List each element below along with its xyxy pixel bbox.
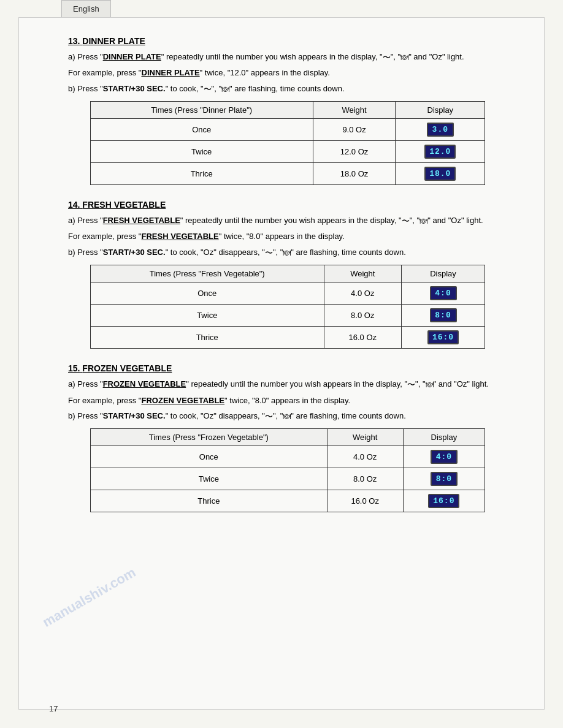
lcd-display: 4:0 [431, 450, 458, 464]
dp-col2-header: Weight [313, 102, 396, 119]
wave-icon-4: 〜 [265, 247, 273, 259]
section-14-para-a: a) Press "FRESH VEGETABLE" repeatedly un… [68, 214, 507, 227]
plate-icon-4: 🍽 [283, 247, 291, 259]
wave-icon-6: 〜 [265, 411, 273, 423]
table-row: Twice 8.0 Oz 8:0 [90, 468, 484, 490]
lcd-display: 3.0 [427, 123, 454, 137]
lcd-display: 16:0 [427, 330, 459, 344]
frozen-veg-table: Times (Press "Frozen Vegetable") Weight … [90, 428, 485, 512]
plate-icon-5: 🍽 [426, 379, 434, 391]
lcd-display: 8:0 [431, 472, 458, 486]
table-row: Once 9.0 Oz 3.0 [90, 119, 484, 141]
frv-col2-header: Weight [327, 429, 403, 446]
wave-icon-5: 〜 [407, 379, 415, 391]
section-13-example: For example, press "DINNER PLATE" twice,… [68, 67, 507, 79]
english-tab[interactable]: English [61, 0, 111, 17]
table-row: Twice 8.0 Oz 8:0 [90, 305, 484, 327]
lcd-display: 16:0 [428, 494, 459, 508]
dp-col1-header: Times (Press "Dinner Plate") [90, 102, 313, 119]
tab-label: English [73, 4, 99, 13]
dp-col3-header: Display [396, 102, 485, 119]
frv-col3-header: Display [403, 429, 485, 446]
table-row: Twice 12.0 Oz 12.0 [90, 141, 484, 163]
plate-icon-3: 🍽 [419, 215, 427, 227]
section-14-para-b: b) Press "START/+30 SEC." to cook, "Oz" … [68, 246, 507, 259]
wave-icon-2: 〜 [204, 83, 212, 96]
section-dinner-plate: 13. DINNER PLATE a) Press "DINNER PLATE"… [68, 36, 507, 185]
table-row: Once 4.0 Oz 4:0 [90, 446, 484, 468]
section-13-para-a: a) Press "DINNER PLATE" repeatedly until… [68, 51, 507, 63]
section-13-para-b: b) Press "START/+30 SEC." to cook, "〜", … [68, 83, 507, 95]
lcd-display: 18.0 [424, 167, 456, 181]
frv-col1-header: Times (Press "Frozen Vegetable") [90, 429, 327, 446]
section-14-title: 14. FRESH VEGETABLE [68, 200, 507, 210]
section-15-title: 15. FROZEN VEGETABLE [68, 363, 507, 373]
table-row: Once 4.0 Oz 4:0 [90, 282, 484, 305]
wave-icon-3: 〜 [402, 215, 410, 227]
section-fresh-vegetable: 14. FRESH VEGETABLE a) Press "FRESH VEGE… [68, 200, 507, 349]
lcd-display: 4:0 [430, 286, 457, 300]
tab-bar: English [0, 0, 563, 17]
section-15-para-b: b) Press "START/+30 SEC." to cook, "Oz" … [68, 410, 507, 422]
page: English 13. DINNER PLATE a) Press "DINNE… [0, 0, 563, 728]
plate-icon-6: 🍽 [283, 411, 291, 423]
dinner-plate-table: Times (Press "Dinner Plate") Weight Disp… [90, 101, 485, 185]
plate-icon-2: 🍽 [221, 83, 229, 96]
fv-col3-header: Display [401, 265, 484, 282]
lcd-display: 12.0 [424, 145, 456, 159]
section-15-para-a: a) Press "FROZEN VEGETABLE" repeatedly u… [68, 378, 507, 390]
fv-col2-header: Weight [324, 265, 401, 282]
section-14-example: For example, press "FRESH VEGETABLE" twi… [68, 230, 507, 243]
lcd-display: 8:0 [430, 308, 457, 322]
fresh-veg-table: Times (Press "Fresh Vegetable") Weight D… [90, 265, 485, 349]
table-row: Thrice 16.0 Oz 16:0 [90, 490, 484, 512]
section-13-title: 13. DINNER PLATE [68, 36, 507, 46]
plate-icon-1: 🍽 [400, 51, 408, 64]
main-content: 13. DINNER PLATE a) Press "DINNER PLATE"… [18, 17, 545, 710]
table-row: Thrice 18.0 Oz 18.0 [90, 163, 484, 185]
fv-col1-header: Times (Press "Fresh Vegetable") [90, 265, 324, 282]
section-15-example: For example, press "FROZEN VEGETABLE" tw… [68, 395, 507, 407]
table-row: Thrice 16.0 Oz 16:0 [90, 327, 484, 349]
page-number: 17 [49, 704, 58, 713]
wave-icon-1: 〜 [383, 51, 391, 64]
section-frozen-vegetable: 15. FROZEN VEGETABLE a) Press "FROZEN VE… [68, 363, 507, 512]
